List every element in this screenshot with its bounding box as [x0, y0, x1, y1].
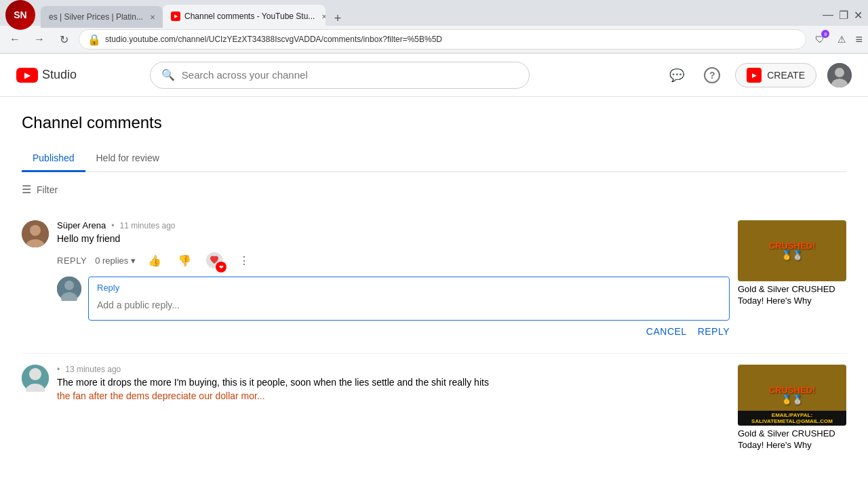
comment-text-orange: the fan after the dems depreciate our do…: [57, 390, 730, 401]
reply-input[interactable]: [97, 296, 721, 314]
filter-icon: ☰: [22, 183, 31, 196]
overlay-banner-2: EMAIL/PAYPAL: SALIVATEMETAL@GMAIL.COM: [738, 411, 846, 426]
tab1-close[interactable]: ✕: [147, 12, 158, 22]
new-tab-button[interactable]: +: [328, 9, 347, 28]
comment-actions: REPLY 0 replies ▾ 👍 👎 ❤ ⋮: [57, 249, 730, 271]
comment-right-2: CRUSHED!🥇🥈 EMAIL/PAYPAL: SALIVATEMETAL@G…: [738, 365, 846, 451]
forward-button[interactable]: →: [30, 30, 49, 49]
cancel-button[interactable]: CANCEL: [646, 326, 687, 337]
search-input[interactable]: [182, 69, 518, 81]
crushed-text: CRUSHED!🥇🥈: [769, 241, 816, 261]
reply-container: Reply CANCEL REPLY: [57, 277, 730, 342]
reply-avatar: [57, 277, 81, 301]
comment-author: Süper Arena: [57, 220, 106, 230]
video-info: CRUSHED!🥇🥈 Gold & Silver CRUSHED Today! …: [738, 220, 846, 307]
back-button[interactable]: ←: [5, 30, 24, 49]
tab2-close[interactable]: ✕: [319, 11, 326, 22]
tab-active[interactable]: Channel comments - YouTube Stu... ✕: [163, 5, 326, 28]
video-title: Gold & Silver CRUSHED Today! Here's Why: [738, 284, 846, 307]
video-thumbnail-2[interactable]: CRUSHED!🥇🥈 EMAIL/PAYPAL: SALIVATEMETAL@G…: [738, 365, 846, 426]
tab-inactive[interactable]: es | Silver Prices | Platin... ✕: [41, 6, 163, 28]
heart-overlay: ❤: [216, 262, 226, 272]
studio-label: Studio: [42, 68, 77, 82]
create-icon: [747, 68, 762, 83]
comment-body: Süper Arena • 11 minutes ago Hello my fr…: [57, 220, 730, 342]
comment-text-2: The more it drops the more I'm buying, t…: [57, 377, 730, 388]
video-info-2: CRUSHED!🥇🥈 EMAIL/PAYPAL: SALIVATEMETAL@G…: [738, 365, 846, 451]
help-icon: ?: [704, 67, 720, 83]
create-button[interactable]: CREATE: [735, 63, 816, 87]
video-title-2: Gold & Silver CRUSHED Today! Here's Why: [738, 428, 846, 451]
reply-box: Reply: [88, 277, 730, 321]
search-bar[interactable]: 🔍: [150, 62, 530, 89]
browser-chrome: SN es | Silver Prices | Platin... ✕ Chan…: [0, 0, 868, 54]
video-thumbnail[interactable]: CRUSHED!🥇🥈: [738, 220, 846, 281]
comment-timestamp: 11 minutes ago: [119, 221, 175, 230]
svg-point-1: [835, 68, 844, 77]
more-options-icon[interactable]: ⋮: [233, 249, 255, 271]
brave-shield-icon[interactable]: 🛡 8: [812, 31, 828, 47]
filter-row[interactable]: ☰ Filter: [22, 183, 846, 196]
browser-actions: 🛡 8 ⚠ ≡: [812, 31, 863, 47]
address-text: studio.youtube.com/channel/UCIzYEzXT3438…: [105, 35, 797, 44]
refresh-button[interactable]: ↻: [54, 30, 73, 49]
replies-toggle[interactable]: 0 replies ▾: [95, 256, 136, 266]
nav-actions: 💬 ? CREATE: [665, 63, 852, 87]
tab-published[interactable]: Published: [22, 146, 85, 172]
svg-point-4: [30, 225, 41, 236]
address-box[interactable]: 🔒 studio.youtube.com/channel/UCIzYEzXT34…: [79, 29, 806, 49]
title-bar: SN es | Silver Prices | Platin... ✕ Chan…: [0, 0, 868, 26]
minimize-button[interactable]: —: [823, 9, 833, 21]
tab-held[interactable]: Held for review: [85, 146, 170, 172]
comment-author-row-2: • 13 minutes ago: [57, 365, 730, 374]
avatar[interactable]: [827, 63, 852, 87]
yt-studio-logo[interactable]: Studio: [16, 68, 77, 83]
thumbs-up-icon[interactable]: 👍: [144, 249, 165, 271]
maximize-button[interactable]: ❐: [839, 9, 848, 22]
comment-time: •: [111, 221, 114, 230]
chevron-down-icon: ▾: [131, 256, 136, 266]
lock-icon: 🔒: [87, 33, 101, 46]
reply-submit-button[interactable]: REPLY: [698, 326, 730, 337]
search-icon: 🔍: [161, 68, 175, 81]
reply-buttons: CANCEL REPLY: [88, 326, 730, 337]
browser-menu-icon[interactable]: ≡: [855, 33, 863, 47]
comment-text: Hello my friend: [57, 233, 730, 244]
tab-bar: es | Silver Prices | Platin... ✕ Channel…: [41, 2, 347, 28]
svg-point-8: [64, 281, 74, 290]
messages-button[interactable]: 💬: [665, 63, 689, 87]
comment-dot-2: •: [57, 365, 60, 374]
comment-right: CRUSHED!🥇🥈 Gold & Silver CRUSHED Today! …: [738, 220, 846, 307]
svg-point-11: [29, 368, 41, 380]
comment-item-2: • 13 minutes ago The more it drops the m…: [22, 354, 846, 462]
comment-item: Süper Arena • 11 minutes ago Hello my fr…: [22, 209, 846, 354]
thumbs-down-icon[interactable]: 👎: [174, 249, 195, 271]
commenter-avatar-2: [22, 365, 49, 392]
page-title: Channel comments: [22, 113, 846, 132]
comment-body-2: • 13 minutes ago The more it drops the m…: [57, 365, 730, 401]
avatar-img: [827, 63, 852, 87]
reply-box-wrapper: Reply CANCEL REPLY: [88, 277, 730, 342]
page: Studio 🔍 💬 ? CREATE: [0, 54, 868, 488]
help-button[interactable]: ?: [700, 63, 724, 87]
window-controls: — ❐ ✕: [823, 9, 863, 22]
top-nav: Studio 🔍 💬 ? CREATE: [0, 54, 868, 97]
main-content: Channel comments Published Held for revi…: [0, 97, 868, 488]
address-bar-row: ← → ↻ 🔒 studio.youtube.com/channel/UCIzY…: [0, 26, 868, 53]
tab2-label: Channel comments - YouTube Stu...: [184, 12, 315, 21]
heart-icon-button[interactable]: ❤: [203, 249, 225, 271]
reply-button[interactable]: REPLY: [57, 256, 87, 266]
shield-badge: 8: [821, 30, 829, 38]
close-button[interactable]: ✕: [854, 9, 863, 22]
comment-author-row: Süper Arena • 11 minutes ago: [57, 220, 730, 230]
messages-icon: 💬: [669, 68, 684, 83]
commenter-avatar: [22, 220, 49, 247]
brave-alert-icon[interactable]: ⚠: [833, 31, 850, 47]
reply-label: Reply: [97, 283, 721, 293]
tab1-label: es | Silver Prices | Platin...: [49, 12, 143, 22]
youtube-logo-icon: [16, 68, 38, 83]
tab-favicon: [171, 12, 180, 21]
crushed-text-2: CRUSHED!🥇🥈: [769, 386, 816, 405]
comment-timestamp-2: 13 minutes ago: [65, 365, 121, 374]
replies-count: 0 replies: [95, 256, 128, 266]
